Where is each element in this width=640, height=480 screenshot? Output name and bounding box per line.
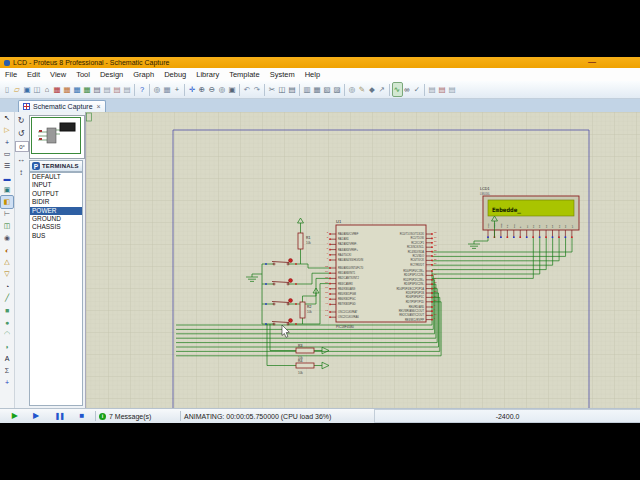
menu-item-tool[interactable]: Tool: [71, 70, 95, 79]
terminal-item-ground[interactable]: GROUND: [30, 215, 82, 223]
mcu-u1[interactable]: U1 PIC18F4580 2RA0/AN0/CVREF3RA1/AN14RA2…: [325, 219, 437, 329]
mirror-vertical-icon[interactable]: ↕: [15, 166, 27, 179]
zoom-area-icon[interactable]: ▣: [228, 83, 237, 96]
design-explorer-icon[interactable]: ▤: [93, 83, 102, 96]
generator-mode-icon[interactable]: ◐: [1, 244, 13, 256]
mirror-horizontal-icon[interactable]: ↔: [15, 153, 27, 166]
new-project-icon[interactable]: ▯: [3, 83, 12, 96]
remove-root-sheet-icon[interactable]: ▤: [438, 83, 447, 96]
2d-arc-mode-icon[interactable]: ◠: [1, 328, 13, 340]
gerber-viewer-icon[interactable]: ▦: [83, 83, 92, 96]
new-root-sheet-icon[interactable]: ▤: [428, 83, 437, 96]
make-device-icon[interactable]: ✎: [358, 83, 367, 96]
menu-item-library[interactable]: Library: [191, 70, 224, 79]
text-script-mode-icon[interactable]: ☰: [1, 160, 13, 172]
packaging-tool-icon[interactable]: ◆: [368, 83, 377, 96]
2d-circle-mode-icon[interactable]: ●: [1, 316, 13, 328]
find-component-icon[interactable]: ∞: [403, 83, 412, 96]
menu-item-design[interactable]: Design: [95, 70, 128, 79]
rotate-counterclockwise-icon[interactable]: ↺: [15, 127, 27, 140]
tab-schematic-capture[interactable]: Schematic Capture ×: [18, 100, 106, 112]
exit-to-parent-icon[interactable]: ▤: [448, 83, 457, 96]
block-move-icon[interactable]: ▦: [313, 83, 322, 96]
menu-item-template[interactable]: Template: [224, 70, 264, 79]
menu-item-graph[interactable]: Graph: [128, 70, 159, 79]
play-button[interactable]: ▶: [12, 411, 18, 421]
zoom-out-icon[interactable]: ⊖: [208, 83, 217, 96]
pcb-layout-view-icon[interactable]: ▦: [63, 83, 72, 96]
property-assignment-icon[interactable]: ✓: [413, 83, 422, 96]
pick-device-icon[interactable]: ◎: [348, 83, 357, 96]
tape-recorder-mode-icon[interactable]: ◉: [1, 232, 13, 244]
device-pins-mode-icon[interactable]: ⊢: [1, 208, 13, 220]
graph-mode-icon[interactable]: ◫: [1, 220, 13, 232]
stop-button[interactable]: ■: [79, 411, 84, 421]
zoom-in-icon[interactable]: ⊕: [198, 83, 207, 96]
terminal-item-chassis[interactable]: CHASSIS: [30, 223, 82, 231]
open-project-icon[interactable]: ▱: [13, 83, 22, 96]
menu-item-edit[interactable]: Edit: [22, 70, 45, 79]
menu-item-help[interactable]: Help: [300, 70, 325, 79]
2d-line-mode-icon[interactable]: ╱: [1, 292, 13, 304]
step-button[interactable]: ▶: [33, 411, 39, 421]
terminal-item-input[interactable]: INPUT: [30, 181, 82, 189]
rotation-angle-field[interactable]: 0°: [15, 141, 29, 152]
buses-mode-icon[interactable]: ▬: [1, 172, 13, 184]
subcircuit-mode-icon[interactable]: ▣: [1, 184, 13, 196]
voltage-probe-mode-icon[interactable]: △: [1, 256, 13, 268]
pan-icon[interactable]: ✛: [188, 83, 197, 96]
new-sheet-icon[interactable]: ▤: [103, 83, 112, 96]
save-project-icon[interactable]: ▣: [23, 83, 32, 96]
component-mode-icon[interactable]: ▷: [1, 124, 13, 136]
menu-item-view[interactable]: View: [45, 70, 71, 79]
rotate-clockwise-icon[interactable]: ↻: [15, 114, 27, 127]
junction-dot-mode-icon[interactable]: +: [1, 136, 13, 148]
pause-button[interactable]: ❚❚: [54, 411, 64, 421]
schematic-capture-view-icon[interactable]: ▦: [53, 83, 62, 96]
redraw-icon[interactable]: ◎: [153, 83, 162, 96]
zoom-all-icon[interactable]: ◎: [218, 83, 227, 96]
block-copy-icon[interactable]: ▥: [303, 83, 312, 96]
terminal-item-bus[interactable]: BUS: [30, 232, 82, 240]
wire-label-mode-icon[interactable]: ▭: [1, 148, 13, 160]
redo-icon[interactable]: ↷: [253, 83, 262, 96]
help-icon[interactable]: ?: [138, 83, 147, 96]
menu-item-system[interactable]: System: [265, 70, 300, 79]
menu-item-debug[interactable]: Debug: [159, 70, 191, 79]
2d-symbol-mode-icon[interactable]: Σ: [1, 364, 13, 376]
2d-box-mode-icon[interactable]: ■: [1, 304, 13, 316]
terminals-mode-icon[interactable]: ◧: [1, 196, 13, 208]
messages-info-icon[interactable]: i: [99, 413, 106, 420]
menu-item-file[interactable]: File: [0, 70, 22, 79]
2d-marker-mode-icon[interactable]: +: [1, 376, 13, 388]
decompose-icon[interactable]: ↗: [378, 83, 387, 96]
copy-icon[interactable]: ◫: [278, 83, 287, 96]
wire-autorouter-icon[interactable]: ∿: [393, 83, 402, 96]
schematic-canvas[interactable]: R1 10k R2 10k R3 10k: [85, 112, 640, 408]
3d-visualizer-view-icon[interactable]: ▦: [73, 83, 82, 96]
block-delete-icon[interactable]: ▨: [333, 83, 342, 96]
toggle-grid-icon[interactable]: ▦: [163, 83, 172, 96]
current-probe-mode-icon[interactable]: ▽: [1, 268, 13, 280]
import-project-icon[interactable]: ◫: [33, 83, 42, 96]
tab-close-icon[interactable]: ×: [97, 103, 101, 110]
home-page-icon[interactable]: ⌂: [43, 83, 52, 96]
origin-icon[interactable]: +: [173, 83, 182, 96]
terminal-item-bidir[interactable]: BIDIR: [30, 198, 82, 206]
terminal-item-output[interactable]: OUTPUT: [30, 190, 82, 198]
block-rotate-icon[interactable]: ▧: [323, 83, 332, 96]
cut-icon[interactable]: ✂: [268, 83, 277, 96]
terminal-item-power[interactable]: POWER: [30, 207, 82, 215]
terminal-item-default[interactable]: DEFAULT: [30, 173, 82, 181]
pick-parts-button[interactable]: P: [32, 162, 40, 170]
undo-icon[interactable]: ↶: [243, 83, 252, 96]
paste-icon[interactable]: ▤: [288, 83, 297, 96]
minimize-button[interactable]: —: [588, 57, 596, 67]
remove-sheet-icon[interactable]: ▤: [113, 83, 122, 96]
selection-mode-icon[interactable]: ↖: [1, 112, 13, 124]
virtual-instruments-mode-icon[interactable]: ◔: [1, 280, 13, 292]
goto-sheet-icon[interactable]: ▤: [123, 83, 132, 96]
2d-text-mode-icon[interactable]: A: [1, 352, 13, 364]
message-count[interactable]: 7 Message(s): [109, 413, 151, 420]
2d-path-mode-icon[interactable]: ◗: [1, 340, 13, 352]
